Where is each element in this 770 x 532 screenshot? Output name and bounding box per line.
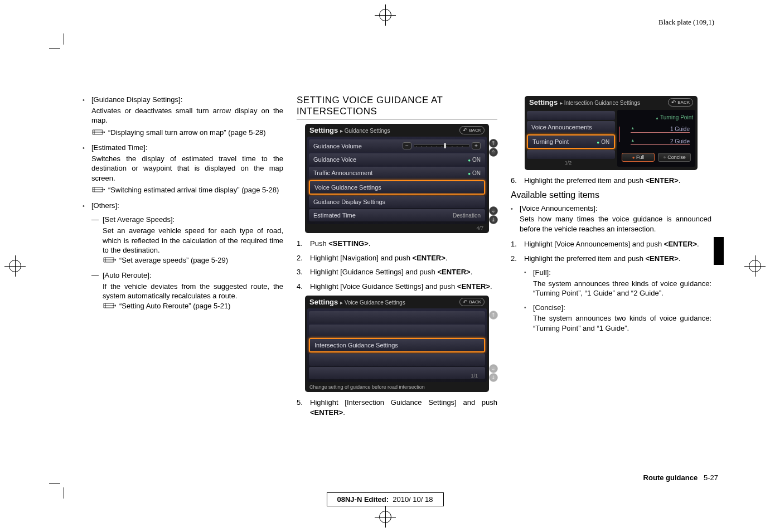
ref-text: “Switching estimated arrival time displa… — [108, 186, 279, 194]
cross-ref: “Displaying small turn arrow on map” (pa… — [91, 128, 283, 138]
registration-mark-bottom — [375, 506, 396, 528]
reference-icon — [91, 129, 106, 136]
column-2: SETTING VOICE GUIDANCE AT INTERSECTIONS … — [297, 95, 497, 422]
plate-label: Black plate (109,1) — [658, 18, 714, 27]
subitem-title: [Auto Reroute]: — [103, 271, 151, 279]
footer-page: 5-27 — [704, 473, 718, 482]
step-item: Highlight [Navigation] and push <ENTER>. — [297, 253, 497, 263]
edition-box: 08NJ-N Edited: 2010/ 10/ 18 — [327, 492, 444, 506]
page-count: 1/2 — [527, 160, 615, 167]
menu-row-guidance-volume[interactable]: Guidance Volume − • • • • • • • • • • + — [309, 139, 485, 152]
item-title: [Estimated Time]: — [91, 143, 283, 153]
menu-row-traffic-announcement[interactable]: Traffic Announcement ON — [309, 167, 485, 179]
row-label: Turning Point — [532, 138, 569, 145]
list-item: [Others]: [Set Average Speeds]: Set an a… — [83, 201, 283, 311]
step-item: Highlight [Voice Announcements] and push… — [511, 239, 711, 249]
nested-body: The system announces two kinds of voice … — [533, 313, 711, 333]
thumb-tab — [714, 237, 724, 265]
scroll-top-icon[interactable]: ⤒ — [489, 139, 498, 148]
item-body: Sets how many times the voice guidance i… — [520, 214, 711, 234]
scroll-down-icon[interactable]: ⌄ — [489, 206, 498, 215]
preview-guide-1: 1 Guide — [631, 126, 690, 133]
row-value: Destination — [453, 212, 481, 219]
step-item: Push <SETTING>. — [297, 239, 497, 249]
item-title: [Guidance Display Settings]: — [91, 95, 283, 105]
scroll-bottom-icon[interactable]: ⤓ — [489, 215, 498, 224]
cross-ref: “Setting Auto Reroute” (page 5-21) — [103, 301, 283, 311]
screenshot-voice-guidance-settings: Settings ▸ Voice Guidance Settings BACK … — [305, 296, 489, 392]
reference-icon — [91, 186, 106, 193]
step-item: Highlight the preferred item and push <E… — [511, 254, 711, 333]
reference-icon — [103, 257, 117, 263]
menu-row-guidance-voice[interactable]: Guidance Voice ON — [309, 153, 485, 166]
plus-button[interactable]: + — [472, 142, 481, 149]
nested-title: [Full]: — [533, 268, 551, 277]
sublist-item: [Auto Reroute]: If the vehicle deviates … — [91, 270, 283, 311]
breadcrumb-leaf: Guidance Settings — [345, 128, 390, 134]
row-label: Intersection Guidance Settings — [314, 342, 398, 349]
nested-title: [Concise]: — [533, 303, 565, 312]
row-label: Guidance Volume — [313, 143, 362, 149]
preview-turning-point: Turning Point — [619, 114, 693, 120]
menu-row-guidance-display-settings[interactable]: Guidance Display Settings — [309, 196, 485, 208]
column-3: Settings ▸ Intersection Guidance Setting… — [511, 95, 711, 422]
breadcrumb-root: Settings — [529, 98, 558, 107]
state-indicator: ON — [468, 170, 481, 176]
scroll-down-icon: ⌄ — [489, 364, 498, 373]
back-button[interactable]: BACK — [459, 298, 485, 306]
breadcrumb-leaf: Voice Guidance Settings — [345, 299, 405, 306]
row-label: Guidance Voice — [313, 156, 356, 163]
subitem-title: [Set Average Speeds]: — [103, 215, 175, 224]
row-label: Voice Guidance Settings — [314, 184, 381, 191]
step-item: Highlight [Intersection Guidance Setting… — [297, 398, 497, 417]
menu-row-voice-guidance-settings[interactable]: Voice Guidance Settings — [309, 180, 485, 195]
scroll-up-icon[interactable]: ⌃ — [489, 148, 498, 157]
registration-mark-top — [375, 4, 396, 26]
panel-breadcrumb: Settings ▸ Voice Guidance Settings — [309, 298, 405, 306]
page-count: 4/7 — [305, 225, 489, 232]
cross-ref: “Set average speeds” (page 5-29) — [103, 255, 283, 265]
breadcrumb-root: Settings — [309, 126, 338, 134]
back-button[interactable]: BACK — [668, 98, 693, 107]
sub-heading: Available setting items — [511, 190, 711, 200]
minus-button[interactable]: − — [403, 142, 411, 149]
volume-slider[interactable]: − • • • • • • • • • • + — [403, 142, 481, 149]
subitem-body: If the vehicle deviates from the suggest… — [103, 282, 283, 301]
page-body: [Guidance Display Settings]: Activates o… — [83, 95, 718, 422]
menu-row-empty — [309, 325, 485, 337]
item-body: Switches the display of estimated travel… — [91, 154, 283, 183]
preview-guide-2: 2 Guide — [631, 138, 690, 145]
back-button[interactable]: BACK — [459, 126, 485, 134]
menu-row-empty — [527, 111, 615, 120]
menu-row-turning-point[interactable]: Turning Point ON — [527, 134, 615, 149]
scroll-bottom-icon: ⤓ — [489, 373, 498, 382]
panel-breadcrumb: Settings ▸ Intersection Guidance Setting… — [529, 98, 640, 107]
running-footer: Route guidance 5-27 — [643, 473, 718, 482]
menu-row-empty — [527, 150, 615, 159]
sublist-item: [Set Average Speeds]: Set an average veh… — [91, 215, 283, 265]
registration-mark-left — [4, 255, 26, 277]
edition-label: 08NJ-N Edited: — [337, 495, 389, 504]
option-full[interactable]: ● Full — [622, 153, 655, 162]
menu-row-intersection-guidance[interactable]: Intersection Guidance Settings — [309, 338, 485, 352]
menu-row-estimated-time[interactable]: Estimated Time Destination — [309, 209, 485, 221]
subitem-body: Set an average vehicle speed for each ty… — [103, 226, 283, 255]
ref-text: “Set average speeds” (page 5-29) — [119, 256, 228, 264]
preview-pane: Turning Point 1 Guide 2 Guide ● Full ● C… — [617, 110, 695, 167]
nested-item: [Concise]: The system announces two kind… — [524, 303, 711, 333]
menu-row-voice-announcements[interactable]: Voice Announcements — [527, 121, 615, 133]
edition-date: 2010/ 10/ 18 — [393, 495, 433, 504]
state-indicator: ON — [468, 157, 481, 163]
row-label: Traffic Announcement — [313, 170, 372, 176]
registration-mark-right — [744, 255, 766, 277]
crop-mark — [49, 476, 71, 499]
list-item: [Estimated Time]: Switches the display o… — [83, 143, 283, 195]
item-body: Activates or deactivates small turn arro… — [91, 106, 283, 125]
menu-row-empty — [309, 367, 485, 379]
panel-breadcrumb: Settings ▸ Guidance Settings — [309, 126, 390, 134]
panel-hint: Change setting of guidance before road i… — [305, 383, 489, 391]
nested-item: [Full]: The system announces three kinds… — [524, 268, 711, 298]
scroll-top-icon: ⤒ — [489, 311, 498, 320]
option-concise[interactable]: ● Concise — [658, 153, 691, 162]
nested-body: The system announces three kinds of voic… — [533, 279, 711, 298]
